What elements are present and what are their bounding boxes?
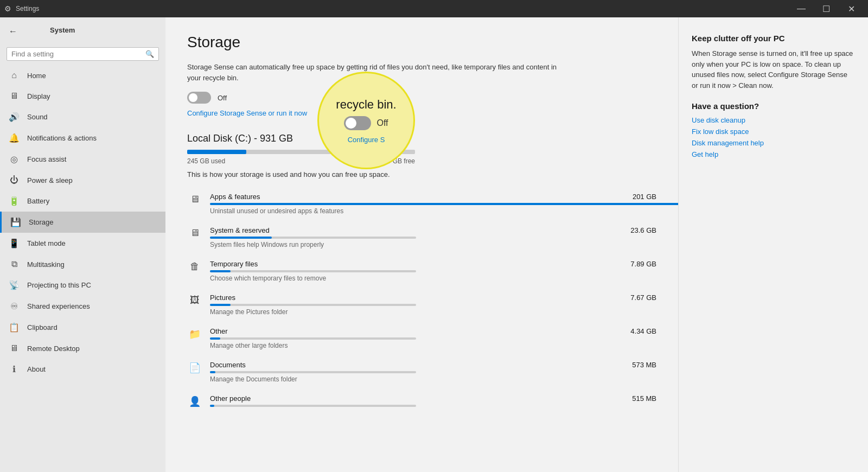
battery-icon: 🔋 (9, 196, 20, 206)
sidebar-item-power[interactable]: ⏻Power & sleep (0, 170, 165, 190)
storage-item-icon: 🗑 (187, 261, 202, 272)
sidebar-item-about[interactable]: ℹAbout (0, 359, 165, 380)
storage-item-size: 7.67 GB (630, 294, 656, 302)
tablet-icon: 📱 (9, 238, 20, 248)
search-input[interactable] (11, 50, 145, 58)
help-link[interactable]: Disk management help (692, 139, 855, 147)
zoom-toggle-knob (346, 118, 356, 129)
storage-item-name: Apps & features (210, 193, 260, 201)
zoom-off-label: Off (376, 118, 388, 128)
question-title: Have a question? (692, 101, 855, 111)
help-link[interactable]: Get help (692, 150, 855, 158)
app-title: Settings (16, 5, 39, 12)
minimize-button[interactable]: — (789, 0, 814, 17)
storage-item-size: 23.6 GB (630, 226, 656, 234)
clipboard-icon: 📋 (9, 322, 20, 333)
storage-item-size: 7.89 GB (630, 260, 656, 268)
sidebar-item-shared[interactable]: ♾Shared experiences (0, 296, 165, 317)
storage-item-desc: Manage other large folders (210, 342, 656, 349)
home-icon: ⌂ (9, 71, 20, 80)
right-panel: Keep clutter off your PC When Storage se… (678, 17, 868, 472)
toggle-label: Off (218, 94, 227, 102)
storage-item-desc: Manage the Pictures folder (210, 308, 656, 316)
storage-list-item[interactable]: 🖥 Apps & features 201 GB Uninstall unuse… (187, 187, 656, 221)
sidebar-item-battery[interactable]: 🔋Battery (0, 190, 165, 212)
sidebar-item-remote[interactable]: 🖥Remote Desktop (0, 338, 165, 359)
window-controls: — ☐ ✕ (789, 0, 864, 17)
storage-item-bar (210, 405, 214, 407)
search-icon: 🔍 (145, 50, 154, 58)
storage-item-bar (210, 304, 231, 306)
storage-list-item[interactable]: 👤 Other people 515 MB (187, 389, 656, 415)
sidebar-item-display[interactable]: 🖥Display (0, 86, 165, 106)
sidebar-item-label: Power & sleep (27, 176, 73, 184)
sidebar-item-label: Home (27, 72, 46, 80)
storage-item-bar-bg (210, 405, 416, 407)
sidebar-item-label: About (27, 365, 46, 373)
sidebar-back-button[interactable]: ← System (0, 17, 165, 45)
storage-item-name: Pictures (210, 294, 235, 302)
sidebar-item-clipboard[interactable]: 📋Clipboard (0, 317, 165, 338)
storage-item-bar-bg (210, 203, 416, 205)
storage-item-size: 573 MB (632, 361, 656, 369)
search-box[interactable]: 🔍 (7, 47, 159, 61)
storage-list-item[interactable]: 🗑 Temporary files 7.89 GB Choose which t… (187, 254, 656, 288)
disk-info-text: This is how your storage is used and how… (187, 170, 656, 178)
sidebar-item-storage[interactable]: 💾Storage (0, 212, 165, 233)
storage-item-name: Other people (210, 394, 251, 403)
storage-list-item[interactable]: 🖥 System & reserved 23.6 GB System files… (187, 221, 656, 254)
back-arrow-icon: ← (9, 27, 17, 36)
storage-item-bar-bg (210, 237, 416, 239)
storage-item-icon: 📄 (187, 362, 202, 374)
toggle-knob (189, 93, 197, 102)
storage-item-bar (210, 237, 272, 239)
sidebar-item-label: Sound (27, 113, 48, 121)
sidebar-item-focus[interactable]: ◎Focus assist (0, 149, 165, 170)
notifications-icon: 🔔 (9, 133, 20, 143)
keep-clutter-desc: When Storage sense is turned on, it'll f… (692, 48, 855, 91)
storage-item-name: System & reserved (210, 226, 270, 234)
multitasking-icon: ⧉ (9, 259, 20, 269)
zoom-circle: recycle bin. Off Configure S (317, 72, 415, 169)
close-button[interactable]: ✕ (839, 0, 864, 17)
storage-item-size: 4.34 GB (630, 327, 656, 335)
sidebar-item-notifications[interactable]: 🔔Notifications & actions (0, 127, 165, 149)
help-link[interactable]: Fix low disk space (692, 127, 855, 136)
sidebar-item-label: Remote Desktop (27, 345, 80, 353)
title-bar: ⚙ Settings — ☐ ✕ (0, 0, 868, 17)
storage-list-item[interactable]: 📁 Other 4.34 GB Manage other large folde… (187, 322, 656, 355)
sidebar-item-tablet[interactable]: 📱Tablet mode (0, 233, 165, 254)
storage-item-desc: Choose which temporary files to remove (210, 275, 656, 282)
storage-sense-toggle[interactable] (187, 92, 211, 104)
storage-item-bar-bg (210, 304, 416, 306)
storage-list-item[interactable]: 📄 Documents 573 MB Manage the Documents … (187, 355, 656, 389)
storage-item-icon: 👤 (187, 396, 202, 407)
nav-list: ⌂Home🖥Display🔊Sound🔔Notifications & acti… (0, 65, 165, 380)
app-body: ← System 🔍 ⌂Home🖥Display🔊Sound🔔Notificat… (0, 17, 868, 472)
config-link[interactable]: Configure Storage Sense or run it now (187, 109, 307, 117)
about-icon: ℹ (9, 364, 20, 374)
storage-list-item[interactable]: 🖼 Pictures 7.67 GB Manage the Pictures f… (187, 288, 656, 322)
sidebar-item-home[interactable]: ⌂Home (0, 65, 165, 86)
disk-used-label: 245 GB used (187, 157, 225, 165)
maximize-button[interactable]: ☐ (814, 0, 839, 17)
zoom-toggle (344, 116, 371, 130)
app-icon: ⚙ (4, 4, 11, 13)
sidebar-item-label: Shared experiences (27, 302, 90, 310)
storage-item-name: Other (210, 327, 228, 335)
help-link[interactable]: Use disk cleanup (692, 116, 855, 124)
sidebar-item-label: Projecting to this PC (27, 281, 91, 289)
storage-item-bar-bg (210, 270, 416, 272)
power-icon: ⏻ (9, 175, 20, 185)
main-content: Storage Storage Sense can automatically … (165, 17, 678, 472)
sidebar-item-label: Focus assist (27, 155, 66, 163)
sidebar-item-label: Tablet mode (27, 239, 66, 247)
zoom-config-link: Configure S (348, 136, 385, 144)
storage-item-icon: 🖥 (187, 194, 202, 205)
storage-item-size: 201 GB (633, 193, 656, 201)
sidebar-item-multitasking[interactable]: ⧉Multitasking (0, 254, 165, 275)
sidebar-item-sound[interactable]: 🔊Sound (0, 106, 165, 127)
storage-item-desc: Manage the Documents folder (210, 375, 656, 383)
sidebar-item-projecting[interactable]: 📡Projecting to this PC (0, 275, 165, 296)
focus-icon: ◎ (9, 154, 20, 164)
